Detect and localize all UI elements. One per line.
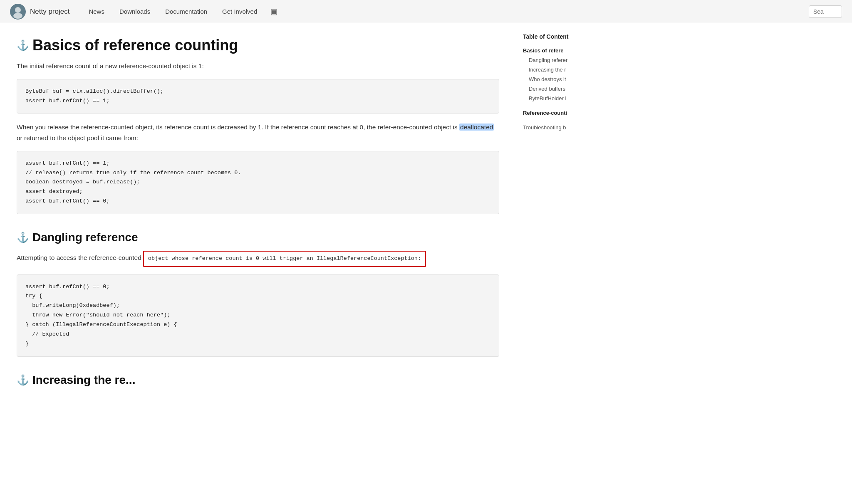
code-block-2: assert buf.refCnt() == 1; // release() r… bbox=[17, 151, 499, 215]
toc-item-7[interactable]: Troubleshooting b bbox=[523, 123, 597, 132]
toc-item-1[interactable]: Dangling referer bbox=[523, 55, 597, 65]
para-1: When you release the reference-counted o… bbox=[17, 122, 499, 143]
brand-logo bbox=[10, 4, 26, 20]
toc-title: Table of Content bbox=[523, 33, 597, 40]
highlight-deallocated: deallocated bbox=[459, 124, 494, 131]
brand-link[interactable]: Netty project bbox=[10, 4, 69, 20]
increasing-title: ⚓ Increasing the re... bbox=[17, 373, 499, 387]
nav-get-involved[interactable]: Get Involved bbox=[215, 5, 264, 18]
dangling-title: ⚓ Dangling reference bbox=[17, 231, 499, 244]
dangling-para-before: Attempting to access the reference-count… bbox=[17, 252, 141, 263]
dangling-para-boxed: object whose reference count is 0 will t… bbox=[143, 251, 426, 267]
nav-news[interactable]: News bbox=[82, 5, 111, 18]
brand-name: Netty project bbox=[30, 7, 69, 16]
toc-item-6[interactable]: Reference-counti bbox=[523, 108, 597, 118]
svg-point-2 bbox=[13, 13, 22, 19]
dangling-paragraph: Attempting to access the reference-count… bbox=[17, 251, 499, 267]
search-input[interactable] bbox=[809, 5, 842, 18]
toc-item-2[interactable]: Increasing the r bbox=[523, 65, 597, 74]
search-area bbox=[809, 5, 842, 18]
page-layout: ⚓ Basics of reference counting The initi… bbox=[0, 23, 852, 418]
brand-logo-svg bbox=[10, 4, 25, 19]
increasing-anchor-icon[interactable]: ⚓ bbox=[17, 374, 29, 386]
table-of-contents: Table of Content Basics of refere Dangli… bbox=[516, 23, 603, 418]
nav-downloads[interactable]: Downloads bbox=[113, 5, 157, 18]
toc-item-3[interactable]: Who destroys it bbox=[523, 74, 597, 84]
intro-paragraph: The initial reference count of a new ref… bbox=[17, 61, 499, 72]
toc-item-0[interactable]: Basics of refere bbox=[523, 46, 597, 55]
anchor-icon[interactable]: ⚓ bbox=[17, 40, 29, 51]
nav-documentation[interactable]: Documentation bbox=[159, 5, 214, 18]
page-title: ⚓ Basics of reference counting bbox=[17, 37, 499, 54]
code-block-1: ByteBuf buf = ctx.alloc().directBuffer()… bbox=[17, 79, 499, 114]
svg-point-1 bbox=[15, 7, 21, 13]
code-block-3: assert buf.refCnt() == 0; try { buf.writ… bbox=[17, 274, 499, 357]
dangling-anchor-icon[interactable]: ⚓ bbox=[17, 232, 29, 243]
main-content: ⚓ Basics of reference counting The initi… bbox=[0, 23, 516, 418]
toc-item-4[interactable]: Derived buffers bbox=[523, 84, 597, 94]
nav-links: News Downloads Documentation Get Involve… bbox=[82, 4, 809, 20]
rss-icon[interactable]: ▣ bbox=[265, 4, 282, 20]
navbar: Netty project News Downloads Documentati… bbox=[0, 0, 852, 23]
toc-item-5[interactable]: ByteBufHolder i bbox=[523, 94, 597, 103]
